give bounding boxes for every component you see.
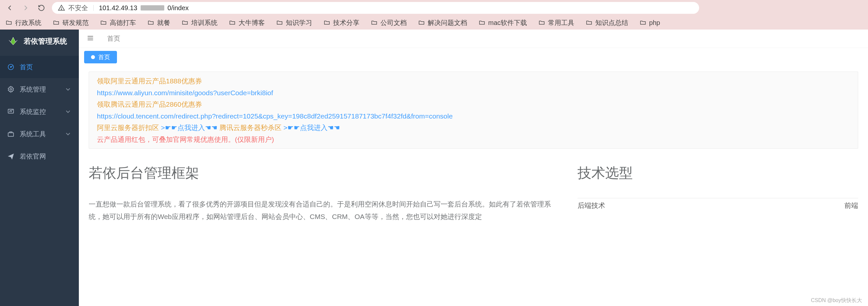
browser-toolbar: 不安全 101.42.49.13 0/index bbox=[0, 0, 868, 16]
bookmark-item[interactable]: mac软件下载 bbox=[476, 17, 529, 29]
tab-dot-icon bbox=[91, 55, 95, 59]
monitor-icon bbox=[7, 108, 14, 115]
watermark: CSDN @boy快快长大 bbox=[811, 297, 862, 304]
url-masked bbox=[141, 5, 164, 10]
sidebar-item-home[interactable]: 首页 bbox=[0, 56, 79, 78]
sidebar-item-label: 若依官网 bbox=[20, 152, 46, 161]
arrow-right-icon bbox=[22, 4, 29, 11]
promo-link2[interactable]: https://cloud.tencent.com/redirect.php?r… bbox=[97, 112, 453, 120]
forward-button[interactable] bbox=[20, 3, 31, 13]
promo-line3: 阿里云服务器折扣区 >☛☛点我进入☚☚ 腾讯云服务器秒杀区 >☛☛点我进入☚☚ bbox=[97, 123, 850, 133]
folder-icon bbox=[585, 20, 593, 26]
insecure-icon bbox=[58, 4, 65, 11]
bookmarks-bar: 行政系统 研发规范 高德打车 就餐 培训系统 大牛博客 知识学习 技术分享 公司… bbox=[0, 16, 868, 30]
folder-icon bbox=[181, 20, 189, 26]
folder-icon bbox=[478, 20, 486, 26]
svg-point-4 bbox=[10, 88, 12, 90]
folder-icon bbox=[538, 20, 546, 26]
sidebar-item-system-tool[interactable]: 系统工具 bbox=[0, 123, 79, 145]
promo-panel: 领取阿里云通用云产品1888优惠券 https://www.aliyun.com… bbox=[89, 72, 858, 149]
sidebar-item-label: 系统管理 bbox=[20, 85, 46, 94]
app: 若依管理系统 首页 系统管理 系统监控 系统工具 bbox=[0, 30, 868, 306]
sidebar-item-system-monitor[interactable]: 系统监控 bbox=[0, 100, 79, 123]
svg-point-3 bbox=[10, 67, 11, 68]
bookmark-item[interactable]: 行政系统 bbox=[3, 17, 43, 29]
svg-point-1 bbox=[61, 9, 62, 10]
tab-label: 首页 bbox=[98, 53, 110, 61]
bookmark-item[interactable]: 常用工具 bbox=[536, 17, 576, 29]
bookmark-item[interactable]: 就餐 bbox=[145, 17, 172, 29]
promo-link1[interactable]: https://www.aliyun.com/minisite/goods?us… bbox=[97, 89, 273, 97]
promo-line2: 领取腾讯云通用云产品2860优惠券 bbox=[97, 99, 850, 110]
main-area: 首页 首页 领取阿里云通用云产品1888优惠券 https://www.aliy… bbox=[79, 30, 868, 306]
tabbar: 首页 bbox=[79, 48, 868, 64]
security-label: 不安全 bbox=[68, 4, 88, 12]
url-divider bbox=[93, 5, 94, 11]
url-prefix: 101.42.49.13 bbox=[99, 4, 137, 12]
chevron-down-icon bbox=[64, 86, 72, 93]
tech-row: 后端技术 前端 bbox=[578, 198, 858, 213]
bookmark-item[interactable]: php bbox=[638, 18, 662, 28]
arrow-left-icon bbox=[6, 4, 13, 11]
column-left: 若依后台管理框架 一直想做一款后台管理系统，看了很多优秀的开源项目但是发现没有合… bbox=[89, 164, 551, 223]
bookmark-item[interactable]: 培训系统 bbox=[179, 17, 219, 29]
bookmark-item[interactable]: 大牛博客 bbox=[227, 17, 267, 29]
sidebar-item-official-site[interactable]: 若依官网 bbox=[0, 145, 79, 167]
promo-click1[interactable]: >☛☛点我进入☚☚ bbox=[161, 124, 219, 131]
hamburger-icon bbox=[86, 34, 95, 42]
send-icon bbox=[7, 153, 14, 160]
dashboard-icon bbox=[7, 63, 14, 71]
brand[interactable]: 若依管理系统 bbox=[0, 30, 79, 53]
page-title-left: 若依后台管理框架 bbox=[89, 164, 551, 182]
columns: 若依后台管理框架 一直想做一款后台管理系统，看了很多优秀的开源项目但是发现没有合… bbox=[89, 164, 858, 223]
tech-frontend-label: 前端 bbox=[844, 201, 858, 210]
toolbox-icon bbox=[7, 130, 14, 138]
sidebar-item-label: 系统工具 bbox=[20, 130, 46, 139]
bookmark-item[interactable]: 解决问题文档 bbox=[416, 17, 469, 29]
sidebar-item-label: 首页 bbox=[20, 63, 33, 72]
url-suffix: 0/index bbox=[167, 4, 189, 12]
bookmark-item[interactable]: 高德打车 bbox=[98, 17, 138, 29]
sidebar: 若依管理系统 首页 系统管理 系统监控 系统工具 bbox=[0, 30, 79, 306]
brand-title: 若依管理系统 bbox=[24, 36, 67, 46]
content: 领取阿里云通用云产品1888优惠券 https://www.aliyun.com… bbox=[79, 64, 868, 230]
bookmark-item[interactable]: 研发规范 bbox=[51, 17, 91, 29]
topbar: 首页 bbox=[79, 30, 868, 48]
page-title-right: 技术选型 bbox=[578, 164, 858, 182]
bookmark-item[interactable]: 公司文档 bbox=[369, 17, 409, 29]
folder-icon bbox=[418, 20, 425, 26]
tab-home[interactable]: 首页 bbox=[84, 51, 117, 63]
url-bar[interactable]: 不安全 101.42.49.13 0/index bbox=[52, 2, 699, 14]
promo-line4: 云产品通用红包，可叠加官网常规优惠使用。(仅限新用户) bbox=[97, 134, 850, 145]
folder-icon bbox=[100, 20, 107, 26]
toggle-sidebar-button[interactable] bbox=[86, 34, 95, 43]
intro-paragraph: 一直想做一款后台管理系统，看了很多优秀的开源项目但是发现没有合适自己的。于是利用… bbox=[89, 198, 551, 223]
folder-icon bbox=[147, 20, 154, 26]
column-right: 技术选型 后端技术 前端 bbox=[578, 164, 858, 223]
folder-icon bbox=[371, 20, 378, 26]
promo-line1: 领取阿里云通用云产品1888优惠券 bbox=[97, 76, 850, 87]
bookmark-item[interactable]: 技术分享 bbox=[321, 17, 362, 29]
gear-icon bbox=[7, 86, 14, 93]
folder-icon bbox=[323, 20, 331, 26]
reload-button[interactable] bbox=[36, 3, 46, 13]
folder-icon bbox=[5, 20, 12, 26]
sidebar-item-label: 系统监控 bbox=[20, 107, 46, 116]
folder-icon bbox=[53, 20, 60, 26]
sidebar-item-system-manage[interactable]: 系统管理 bbox=[0, 78, 79, 100]
folder-icon bbox=[639, 20, 647, 26]
back-button[interactable] bbox=[5, 3, 15, 13]
chevron-down-icon bbox=[64, 130, 72, 138]
chevron-down-icon bbox=[64, 108, 72, 115]
breadcrumb[interactable]: 首页 bbox=[107, 34, 120, 43]
svg-rect-6 bbox=[8, 133, 14, 136]
tech-backend-label: 后端技术 bbox=[578, 201, 605, 210]
bookmark-item[interactable]: 知识学习 bbox=[274, 17, 314, 29]
sidebar-menu: 首页 系统管理 系统监控 系统工具 若依官网 bbox=[0, 56, 79, 167]
folder-icon bbox=[229, 20, 236, 26]
brand-logo-icon bbox=[7, 35, 19, 47]
folder-icon bbox=[276, 20, 283, 26]
reload-icon bbox=[38, 4, 45, 11]
bookmark-item[interactable]: 知识点总结 bbox=[584, 17, 630, 29]
promo-click2[interactable]: >☛☛点我进入☚☚ bbox=[283, 124, 340, 131]
